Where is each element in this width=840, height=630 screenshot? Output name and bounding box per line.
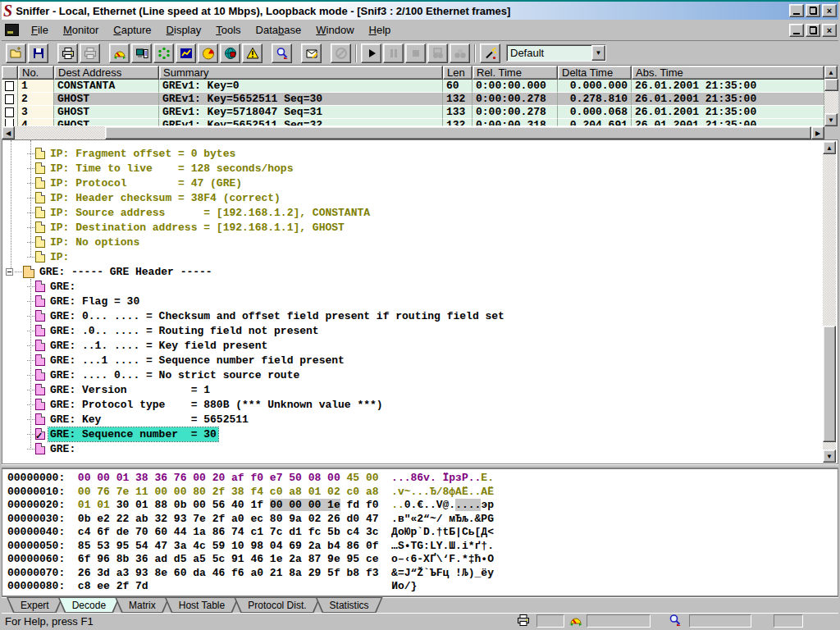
save-button[interactable] — [28, 43, 48, 63]
expert-button[interactable] — [272, 43, 292, 63]
mdi-restore-button[interactable] — [806, 24, 820, 37]
menu-item-window[interactable]: Window — [308, 21, 361, 39]
mdi-close-button[interactable]: × — [822, 24, 837, 37]
header-cell-summary[interactable]: Summary — [159, 66, 443, 80]
scroll-up-button[interactable]: ▲ — [823, 141, 836, 154]
snif-window-icon[interactable] — [5, 24, 19, 36]
decode-line[interactable]: GRE: Protocol type = 880B (*** Unknown v… — [2, 397, 824, 412]
decode-line[interactable]: GRE: — [2, 279, 824, 294]
packet-row[interactable]: 2GHOSTGREv1: Key=5652511 Seq=301320:00:0… — [2, 93, 824, 106]
decode-line[interactable]: IP: — [2, 249, 824, 264]
hex-row[interactable]: 00000020: 01 01 30 01 88 0b 00 56 40 1f … — [7, 499, 838, 513]
decode-line[interactable]: IP: Source address = [192.168.1.2], CONS… — [2, 205, 824, 220]
define-filter-button[interactable] — [480, 43, 500, 63]
packet-list-horizontal-scrollbar[interactable]: ◀▶ — [2, 126, 824, 139]
header-cell-delta-time[interactable]: Delta Time — [558, 66, 632, 80]
decode-line[interactable]: IP: Protocol = 47 (GRE) — [2, 176, 824, 190]
row-checkbox-cell[interactable] — [2, 80, 18, 93]
header-cell-abs-time[interactable]: Abs. Time — [632, 66, 824, 80]
decode-line[interactable]: IP: Time to live = 128 seconds/hops — [2, 161, 824, 176]
decode-line[interactable]: GRE: ...1 .... = Sequence number field p… — [2, 353, 824, 368]
decode-line[interactable]: GRE: Version = 1 — [2, 382, 824, 397]
start-capture-button[interactable] — [361, 43, 381, 63]
decode-line[interactable]: GRE: .0.. .... = Routing field not prese… — [2, 323, 824, 338]
packet-row[interactable]: 1CONSTANTAGREv1: Key=0600:00:00.0000.000… — [2, 80, 824, 93]
header-cell-no-[interactable]: No. — [18, 66, 54, 80]
scrollbar-thumb[interactable] — [823, 326, 836, 442]
hex-row[interactable]: 00000070: 26 3d a3 93 8e 60 da 46 f6 a0 … — [7, 567, 838, 581]
scroll-down-button[interactable]: ▼ — [823, 450, 836, 463]
scroll-left-button[interactable]: ◀ — [2, 126, 15, 139]
header-cell-select[interactable] — [2, 66, 18, 80]
hex-row[interactable]: 00000000: 00 00 01 38 36 76 00 20 af f0 … — [7, 472, 838, 486]
minimize-button[interactable] — [789, 4, 804, 17]
row-checkbox-cell[interactable] — [2, 106, 18, 119]
menu-item-display[interactable]: Display — [159, 21, 209, 39]
decode-line[interactable]: IP: Header checksum = 38F4 (correct) — [2, 190, 824, 205]
tab-protocol-dist-[interactable]: Protocol Dist. — [234, 597, 320, 613]
scrollbar-thumb[interactable] — [105, 126, 811, 139]
decode-line[interactable]: IP: Fragment offset = 0 bytes — [2, 146, 824, 161]
menu-item-database[interactable]: Database — [249, 21, 309, 39]
open-button[interactable] — [6, 43, 26, 63]
scroll-down-button[interactable]: ▼ — [824, 113, 838, 126]
protocol-dist-button[interactable] — [198, 43, 218, 63]
decode-line[interactable]: GRE: ----- GRE Header ----- — [2, 264, 824, 279]
decode-line[interactable]: GRE: Flag = 30 — [2, 294, 824, 308]
tab-statistics[interactable]: Statistics — [316, 597, 383, 613]
alarm-log-button[interactable] — [242, 43, 262, 63]
hex-row[interactable]: 00000060: 6f 96 8b 36 ad d5 a5 5c 91 46 … — [7, 553, 838, 567]
mdi-minimize-button[interactable] — [789, 24, 804, 37]
row-checkbox-cell[interactable] — [2, 119, 18, 126]
row-checkbox[interactable] — [5, 119, 14, 126]
filter-profile-combobox[interactable]: Default ▼ — [506, 44, 606, 62]
menu-item-file[interactable]: File — [24, 21, 56, 39]
decode-line[interactable]: IP: No options — [2, 235, 824, 249]
menu-item-tools[interactable]: Tools — [208, 21, 248, 39]
hex-row[interactable]: 00000080: c8 ee 2f 7d Ио/} — [7, 580, 838, 594]
tab-decode[interactable]: Decode — [58, 597, 120, 613]
history-button[interactable] — [176, 43, 196, 63]
combobox-dropdown-button[interactable]: ▼ — [591, 45, 605, 61]
decode-line[interactable]: GRE: .... 0... = No strict source route — [2, 368, 824, 382]
packet-row[interactable]: 4GHOSTGREv1: Key=5652511 Seq=321320:00:0… — [2, 119, 824, 126]
matrix-button[interactable] — [153, 43, 174, 63]
tree-collapse-button[interactable] — [6, 268, 13, 276]
tab-expert[interactable]: Expert — [7, 597, 63, 613]
menu-item-help[interactable]: Help — [362, 21, 399, 39]
hex-row[interactable]: 00000010: 00 76 7e 11 00 00 80 2f 38 f4 … — [7, 486, 838, 500]
packet-list-vertical-scrollbar[interactable]: ▲▼ — [824, 66, 838, 126]
decode-line[interactable]: GRE: ..1. .... = Key field present — [2, 338, 824, 353]
decode-line[interactable]: GRE: — [2, 441, 824, 456]
decode-vertical-scrollbar[interactable]: ▲▼ — [823, 141, 837, 463]
row-checkbox[interactable] — [5, 107, 14, 117]
tab-matrix[interactable]: Matrix — [115, 597, 170, 613]
menu-item-monitor[interactable]: Monitor — [56, 21, 106, 39]
hex-row[interactable]: 00000040: c4 6f de 70 60 44 1a 86 74 c1 … — [7, 526, 838, 540]
row-checkbox[interactable] — [5, 94, 14, 104]
scrollbar-thumb[interactable] — [824, 79, 838, 91]
packet-row[interactable]: 3GHOSTGREv1: Key=5718047 Seq=311330:00:0… — [2, 106, 824, 119]
host-table-button[interactable] — [131, 43, 152, 63]
close-button[interactable]: × — [822, 4, 837, 17]
menu-item-capture[interactable]: Capture — [106, 21, 158, 39]
header-cell-len[interactable]: Len — [443, 66, 472, 80]
hex-row[interactable]: 00000050: 85 53 95 54 47 3a 4c 59 10 98 … — [7, 540, 838, 554]
global-stats-button[interactable] — [220, 43, 240, 63]
hex-row[interactable]: 00000030: 0b e2 22 ab 32 93 7e 2f a0 ec … — [7, 513, 838, 527]
header-cell-rel-time[interactable]: Rel. Time — [472, 66, 558, 80]
decode-button[interactable] — [301, 43, 322, 63]
decode-line[interactable]: IP: Destination address = [192.168.1.1],… — [2, 220, 824, 235]
decode-line[interactable]: GRE: 0... .... = Checksum and offset fie… — [2, 308, 824, 323]
decode-line[interactable]: GRE: Key = 5652511 — [2, 412, 824, 427]
row-checkbox-cell[interactable] — [2, 93, 18, 106]
tab-host-table[interactable]: Host Table — [165, 597, 239, 613]
restore-button[interactable] — [806, 4, 820, 17]
dashboard-button[interactable] — [109, 43, 130, 63]
scroll-right-button[interactable]: ▶ — [811, 126, 824, 139]
decode-line[interactable]: ✓GRE: Sequence number = 30 — [2, 427, 824, 441]
print-button[interactable] — [57, 43, 78, 63]
scrollbar-track[interactable] — [15, 126, 105, 139]
scrollbar-track[interactable] — [824, 91, 838, 113]
row-checkbox[interactable] — [5, 81, 14, 91]
